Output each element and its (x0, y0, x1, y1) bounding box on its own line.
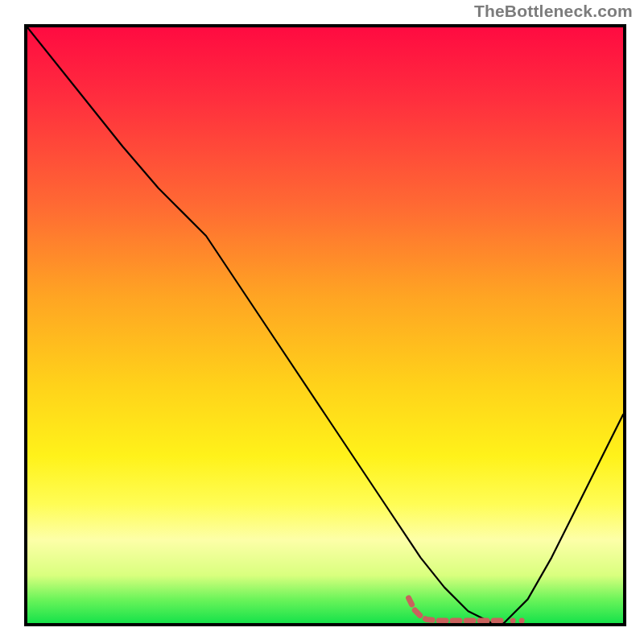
watermark-text: TheBottleneck.com (474, 2, 633, 21)
chart-container: TheBottleneck.com (0, 0, 644, 644)
plot-frame (24, 24, 626, 626)
bottleneck-curve (27, 27, 623, 623)
svg-point-1 (519, 618, 525, 623)
plot-svg (27, 27, 623, 623)
svg-point-0 (510, 618, 516, 623)
